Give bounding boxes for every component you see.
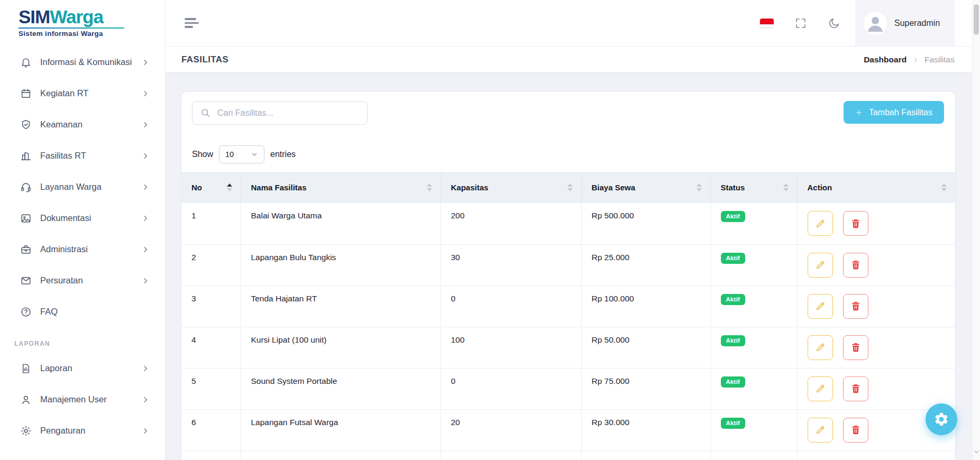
sort-icon (567, 183, 573, 191)
breadcrumb: Dashboard Fasilitas (864, 55, 955, 65)
pencil-icon (814, 259, 826, 271)
cell-kapasitas: 200 (441, 203, 581, 244)
brand-name-warga: Warga (50, 6, 103, 27)
cell-nama: Kursi Lipat (100 unit) (241, 327, 441, 368)
chevron-right-icon (141, 427, 150, 435)
cell-biaya: Rp 30.000 (581, 409, 710, 450)
sort-icon (227, 183, 232, 191)
sidebar-toggle-button[interactable] (185, 18, 199, 27)
chevron-right-icon (141, 214, 150, 223)
scrollbar-down-arrow[interactable] (973, 448, 980, 456)
sidebar-item-pengaturan[interactable]: Pengaturan (0, 415, 165, 446)
brand-name-sim: SIM (19, 6, 50, 27)
page-scrollbar[interactable] (972, 0, 980, 460)
briefcase-icon (20, 244, 32, 255)
sidebar-item-fasilitas-rt[interactable]: Fasilitas RT (0, 140, 165, 171)
status-badge: Aktif (721, 253, 746, 264)
chevron-down-icon (251, 151, 258, 158)
report-icon (20, 363, 32, 374)
status-badge: Aktif (721, 376, 746, 388)
facilities-card: Tambah Fasilitas Show 10 entries NoNama … (181, 92, 955, 460)
column-header-biaya-sewa[interactable]: Biaya Sewa (581, 172, 710, 203)
cell-no: 6 (181, 409, 241, 450)
table-row-partial (181, 450, 955, 460)
cell-biaya: Rp 25.000 (581, 244, 710, 286)
table-row: 2 Lapangan Bulu Tangkis 30 Rp 25.000 Akt… (181, 244, 955, 286)
cell-kapasitas: 0 (441, 286, 581, 327)
edit-button[interactable] (808, 335, 833, 360)
gear-icon (933, 411, 949, 427)
chevron-right-icon (141, 89, 150, 98)
user-menu[interactable]: Superadmin (855, 0, 955, 46)
card-toolbar: Tambah Fasilitas (181, 92, 955, 125)
search-box (192, 101, 368, 125)
fullscreen-icon[interactable] (794, 17, 807, 30)
show-label: Show (192, 150, 213, 159)
delete-button[interactable] (843, 418, 868, 443)
pencil-icon (814, 383, 826, 394)
column-header-action[interactable]: Action (797, 172, 955, 203)
edit-button[interactable] (808, 253, 833, 278)
delete-button[interactable] (843, 376, 868, 401)
brand-logo[interactable]: SIMWarga Sistem informasi Warga (0, 0, 165, 47)
pencil-icon (814, 300, 826, 312)
delete-button[interactable] (843, 294, 868, 319)
sidebar-item-keamanan[interactable]: Keamanan (0, 109, 165, 140)
search-input[interactable] (192, 101, 368, 125)
delete-button[interactable] (843, 211, 868, 236)
topbar: Superadmin (166, 0, 980, 47)
column-header-no[interactable]: No (181, 172, 241, 203)
cell-biaya: Rp 75.000 (581, 368, 710, 409)
moon-icon[interactable] (828, 17, 840, 30)
page-title: FASILITAS (181, 54, 228, 65)
scrollbar-thumb[interactable] (974, 4, 979, 35)
trash-icon (850, 342, 862, 353)
edit-button[interactable] (808, 376, 833, 401)
delete-button[interactable] (843, 253, 868, 278)
cell-nama: Balai Warga Utama (241, 203, 441, 244)
sidebar-item-informasi-komunikasi[interactable]: Informasi & Komunikasi (0, 47, 165, 78)
row-actions (808, 253, 947, 278)
edit-button[interactable] (808, 294, 833, 319)
edit-button[interactable] (808, 211, 833, 236)
sidebar-item-faq[interactable]: FAQ (0, 296, 165, 327)
chevron-right-icon (912, 56, 919, 63)
chevron-right-icon (141, 121, 150, 129)
column-header-nama-fasilitas[interactable]: Nama Fasilitas (241, 172, 441, 203)
shield-check-icon (20, 119, 32, 131)
building-icon (20, 150, 32, 162)
column-header-kapasitas[interactable]: Kapasitas (441, 172, 581, 203)
cell-biaya: Rp 500.000 (581, 203, 710, 244)
mail-icon (20, 275, 32, 287)
sort-icon (941, 183, 947, 191)
sort-icon (427, 183, 432, 191)
cell-nama: Lapangan Futsal Warga (241, 409, 441, 450)
main-area: Superadmin FASILITAS Dashboard Fasilitas (166, 0, 980, 460)
headset-icon (20, 181, 32, 193)
sidebar-section-label: LAPORAN (0, 327, 165, 353)
edit-button[interactable] (808, 418, 833, 443)
sidebar-item-dokumentasi[interactable]: Dokumentasi (0, 203, 165, 234)
page-size-select[interactable]: 10 (219, 145, 264, 163)
row-actions (808, 294, 947, 319)
sidebar-item-kegiatan-rt[interactable]: Kegiatan RT (0, 78, 165, 109)
sidebar-item-persuratan[interactable]: Persuratan (0, 265, 165, 296)
delete-button[interactable] (843, 335, 868, 360)
cell-biaya: Rp 50.000 (581, 327, 710, 368)
table-body: 1 Balai Warga Utama 200 Rp 500.000 Aktif… (181, 203, 955, 460)
sidebar-item-layanan-warga[interactable]: Layanan Warga (0, 171, 165, 203)
indonesia-flag-icon[interactable] (760, 19, 774, 27)
status-badge: Aktif (721, 335, 746, 346)
settings-fab-button[interactable] (926, 403, 957, 435)
sidebar-item-laporan[interactable]: Laporan (0, 353, 165, 384)
sidebar: SIMWarga Sistem informasi Warga Informas… (0, 0, 166, 460)
column-header-status[interactable]: Status (710, 172, 797, 203)
sidebar-item-administrasi[interactable]: Administrasi (0, 234, 165, 265)
cell-nama: Sound System Portable (241, 368, 441, 409)
cell-no: 1 (181, 203, 241, 244)
table-row: 6 Lapangan Futsal Warga 20 Rp 30.000 Akt… (181, 409, 955, 450)
breadcrumb-dashboard[interactable]: Dashboard (864, 55, 906, 65)
add-facility-button[interactable]: Tambah Fasilitas (844, 101, 944, 124)
cell-kapasitas: 20 (441, 409, 581, 450)
sidebar-item-manajemen-user[interactable]: Manajemen User (0, 384, 165, 415)
